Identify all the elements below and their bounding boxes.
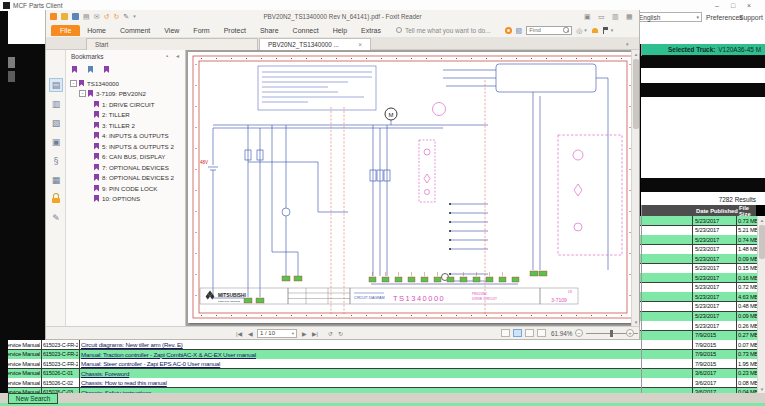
hand-tool-icon[interactable]: ✎ (123, 13, 129, 20)
date-published-header[interactable]: Date Published (696, 208, 738, 214)
comments-panel-icon[interactable]: ▣ (49, 135, 63, 149)
search-icon[interactable] (563, 27, 569, 33)
snapshot-icon[interactable]: ▧ (516, 27, 523, 34)
menu-comment[interactable]: Comment (113, 27, 157, 34)
help-window-icon[interactable]: ▦ (626, 13, 633, 20)
support-link[interactable]: Support (739, 14, 763, 21)
bookmark-item[interactable]: 5: INPUTS & OUTPUTS 2 (66, 141, 186, 151)
menu-share[interactable]: Share (253, 27, 286, 34)
continuous-view-icon[interactable] (513, 329, 522, 337)
restore-icon[interactable]: ▥ (612, 13, 619, 20)
menu-view[interactable]: View (157, 27, 186, 34)
close-button[interactable]: × (742, 1, 756, 10)
collapse-icon[interactable]: - (70, 80, 77, 87)
table-row[interactable]: Service Manual 615023-C-FR-20 Circuit di… (0, 340, 765, 350)
menu-help[interactable]: Help (326, 27, 354, 34)
undo-icon[interactable]: ↺ (104, 13, 110, 20)
tab-start[interactable]: Start (86, 38, 258, 50)
page-number-input[interactable]: 1 / 10 ▾ (257, 329, 297, 338)
table-row[interactable]: Service Manual 615026-C-02 Chassis: How … (0, 378, 765, 388)
panel-tab[interactable] (8, 71, 15, 82)
maximize-button[interactable]: □ (726, 1, 740, 10)
zoom-slider-thumb[interactable] (610, 330, 613, 337)
toolbar-collapse-icon[interactable]: ▾ (626, 41, 629, 48)
attachments-panel-icon[interactable]: § (49, 154, 63, 168)
find-input[interactable] (529, 27, 563, 33)
menu-form[interactable]: Form (186, 27, 216, 34)
row-title-link[interactable]: Chassis: How to read this manual (81, 378, 639, 387)
print-icon[interactable]: ▤ (83, 13, 90, 20)
bookmark-item[interactable]: -3-7109: PBV20N2 (66, 89, 186, 99)
tell-me-box[interactable]: Tell me what you want to do... (405, 27, 491, 34)
chevron-down-icon[interactable]: ▾ (133, 13, 136, 20)
rotate-right-icon[interactable]: ↻ (338, 330, 343, 337)
zoom-out-icon[interactable]: − (575, 329, 583, 337)
menu-connect[interactable]: Connect (286, 27, 326, 34)
minimize-ribbon-icon[interactable]: ▭ (598, 13, 605, 20)
scroll-up-icon[interactable]: ▴ (758, 216, 765, 224)
bookmark-item[interactable]: 3: TILLER 2 (66, 120, 186, 130)
save-icon[interactable] (72, 13, 79, 20)
collapse-icon[interactable]: - (79, 90, 86, 97)
prev-page-icon[interactable]: ◀ (248, 330, 253, 337)
bookmark-item[interactable]: 10: OPTIONS (66, 194, 186, 204)
panel-tab[interactable] (8, 57, 15, 68)
row-title-link[interactable]: Chassis: Foreword (81, 369, 639, 378)
scroll-up-icon[interactable]: ▴ (632, 50, 640, 58)
table-scrollbar-thumb[interactable] (759, 225, 765, 259)
bookmark-item[interactable]: 8: OPTIONAL DEVICES 2 (66, 173, 186, 183)
find-box[interactable] (526, 26, 572, 35)
bookmarks-panel-icon[interactable]: ▤ (49, 78, 63, 92)
table-row[interactable]: Service Manual 615026-C-01 Chassis: Fore… (0, 369, 765, 379)
signature-panel-icon[interactable]: ✎ (49, 211, 63, 225)
language-select[interactable]: English ▾ (636, 12, 702, 22)
tab-document[interactable]: PBV20N2_TS1340000 ... × (259, 38, 371, 50)
flag-icon[interactable] (603, 27, 609, 34)
preferences-link[interactable]: Preferences (706, 14, 743, 21)
row-title-link[interactable]: Manual: Traction controller - Zapi Combi… (81, 350, 639, 359)
foxit-logo-icon[interactable] (50, 13, 57, 20)
bell-icon[interactable] (592, 28, 598, 33)
bookmark-item[interactable]: 6: CAN BUS, DISPLAY (66, 152, 186, 162)
menu-protect[interactable]: Protect (217, 27, 253, 34)
expand-bookmarks-icon[interactable] (72, 66, 77, 73)
table-row[interactable]: Service Manual 615023-C-FR-21 Manual: Tr… (0, 350, 765, 360)
open-folder-icon[interactable] (61, 13, 68, 20)
bookmark-item[interactable]: 1: DRIVE CIRCUIT (66, 99, 186, 109)
single-page-view-icon[interactable] (501, 329, 510, 337)
bookmark-item[interactable]: 2: TILLER (66, 110, 186, 120)
layers-panel-icon[interactable]: ▧ (49, 116, 63, 130)
new-search-button[interactable]: New Search (8, 393, 58, 404)
next-page-icon[interactable]: ▶ (302, 330, 307, 337)
collapse-panel-icon[interactable]: ◂ (176, 53, 179, 60)
tab-close-icon[interactable]: × (358, 41, 362, 48)
delete-bookmark-icon[interactable] (104, 66, 109, 73)
bookmark-item[interactable]: 7: OPTIONAL DEVICES (66, 162, 186, 172)
scroll-down-icon[interactable]: ▾ (758, 385, 765, 393)
bookmark-item[interactable]: 9: PIN CODE LOCK (66, 183, 186, 193)
bookmark-item[interactable]: 4: INPUTS & OUTPUTS (66, 131, 186, 141)
minimize-button[interactable]: – (710, 1, 724, 10)
fields-panel-icon[interactable]: ▦ (49, 173, 63, 187)
continuous-facing-view-icon[interactable] (537, 329, 546, 337)
row-title-link[interactable]: Manual: Steer controller - Zapi EPS AC-0… (81, 359, 639, 368)
panel-menu-icon[interactable]: ▪ (166, 53, 168, 60)
viewer-scrollbar[interactable]: ▴ ▾ (631, 50, 639, 326)
zoom-in-icon[interactable]: + (626, 329, 634, 337)
menu-file[interactable]: File (51, 25, 80, 36)
pages-panel-icon[interactable]: ▥ (49, 97, 63, 111)
file-size-header[interactable]: File Size (739, 205, 756, 217)
last-page-icon[interactable]: ▶| (312, 330, 318, 337)
menu-home[interactable]: Home (80, 27, 113, 34)
pdf-page[interactable]: M 48V (188, 52, 638, 323)
redo-icon[interactable]: ↻ (113, 13, 119, 20)
chevron-down-icon[interactable]: ▾ (611, 27, 614, 34)
email-icon[interactable]: ✉ (94, 13, 100, 20)
table-scrollbar[interactable]: ▴ ▾ (757, 216, 765, 393)
view-mode-icon[interactable]: ◎ (576, 27, 582, 34)
add-bookmark-icon[interactable] (88, 66, 93, 73)
window-layout-icon[interactable]: ▣ (584, 13, 591, 20)
viewer-scrollbar-thumb[interactable] (633, 59, 639, 129)
rotate-left-icon[interactable]: ↺ (328, 330, 333, 337)
facing-view-icon[interactable] (525, 329, 534, 337)
